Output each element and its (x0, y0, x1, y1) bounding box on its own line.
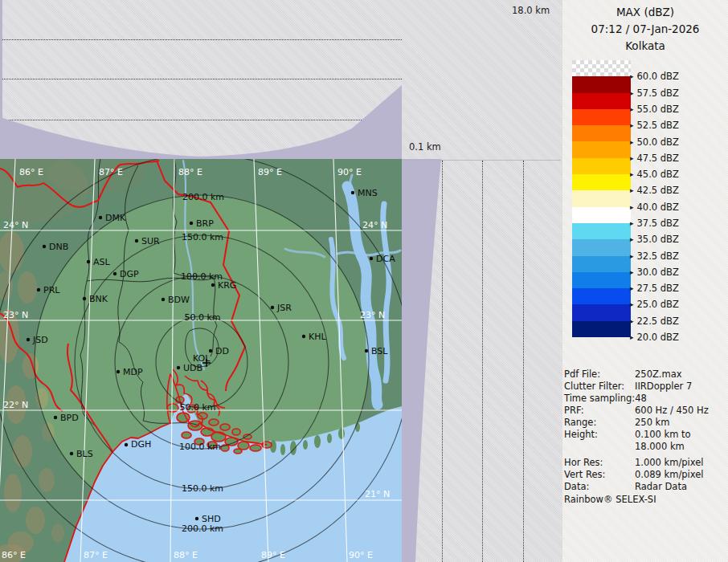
colorbar-tick-label: 27.5 dBZ (637, 283, 679, 294)
tick-arrow-icon: ▸ (630, 203, 634, 211)
meta-row: Data:Radar Data (564, 481, 726, 493)
ring-label: 50.0 km (184, 312, 220, 323)
colorbar-band (572, 321, 631, 337)
colorbar-tick-label: 55.0 dBZ (637, 104, 679, 115)
tick-arrow-icon: ▸ (630, 317, 634, 325)
lon-label: 88° E (178, 167, 202, 177)
colorbar-band (572, 109, 631, 125)
colorbar-band (572, 239, 631, 255)
city-label: KRG (218, 280, 236, 291)
station-name: Kolkata (562, 38, 728, 55)
tick-arrow-icon: ▸ (630, 300, 634, 308)
city-label: MNS (358, 188, 378, 198)
city-label: DGH (131, 439, 151, 450)
colorbar-band (572, 93, 631, 109)
colorbar-tick-label: 60.0 dBZ (637, 71, 679, 82)
city-label: DNB (49, 242, 68, 252)
colorbar-band (572, 256, 631, 272)
colorbar-band (572, 304, 631, 320)
side-panel-axis-line (402, 160, 561, 161)
colorbar-band (572, 158, 631, 174)
product-header: MAX (dBZ) 07:12 / 07-Jan-2026 Kolkata (562, 0, 728, 55)
side-cross-section-panel (402, 159, 527, 562)
tick-arrow-icon: ▸ (630, 252, 634, 260)
city-label: SUR (141, 236, 160, 246)
colorbar-band (572, 288, 631, 304)
tick-arrow-icon: ▸ (630, 235, 634, 243)
lon-label: 88° E (174, 550, 198, 560)
colorbar-band (572, 174, 631, 190)
city-label: PRL (43, 285, 60, 295)
colorbar-tick-label: 35.0 dBZ (637, 234, 679, 245)
colorbar-band (572, 190, 631, 206)
tick-arrow-icon: ▸ (630, 333, 634, 341)
ring-label: 150.0 km (182, 232, 223, 242)
ring-label: 50.0 km (179, 402, 215, 413)
meta-row: Time sampling:48 (564, 393, 726, 405)
city-label: JSD (32, 335, 48, 345)
side-height-min-label: 0.1 km (409, 141, 441, 153)
tick-arrow-icon: ▸ (630, 219, 634, 227)
lat-label: 22° N (3, 400, 28, 410)
meta-row: Hor Res:1.000 km/pixel (564, 457, 726, 469)
radar-display-window: 0.1 km 18.0 km (0, 0, 728, 562)
colorbar (572, 60, 631, 337)
city-label: MDP (123, 367, 143, 377)
tick-arrow-icon: ▸ (630, 72, 634, 80)
city-label: KHL (309, 332, 326, 342)
city-label: DCA (376, 254, 395, 264)
city-label: UDB (183, 363, 202, 373)
meta-row: 18.000 km (564, 441, 726, 453)
meta-row: PRF:600 Hz / 450 Hz (564, 405, 726, 417)
city-label: BPD (60, 413, 79, 423)
colorbar-tick-label: 42.5 dBZ (637, 185, 679, 196)
colorbar-tick-label: 37.5 dBZ (637, 218, 679, 229)
lon-label: 90° E (349, 550, 373, 560)
colorbar-labels: ▸60.0 dBZ ▸57.5 dBZ ▸55.0 dBZ ▸52.5 dBZ … (630, 68, 679, 345)
tick-arrow-icon: ▸ (630, 268, 634, 276)
legend-panel: MAX (dBZ) 07:12 / 07-Jan-2026 Kolkata ▸6… (562, 0, 728, 562)
colorbar-band (572, 223, 631, 239)
lon-label: 86° E (2, 550, 26, 560)
city-label: BLS (76, 449, 93, 459)
ring-label: 200.0 km (182, 192, 224, 202)
meta-row: Pdf File:250Z.max (564, 369, 726, 381)
colorbar-band (572, 125, 631, 141)
lat-label: 23° N (3, 310, 28, 320)
ring-label: 100.0 km (179, 442, 221, 452)
tick-arrow-icon: ▸ (630, 138, 634, 146)
lon-label: 89° E (261, 550, 285, 560)
meta-row: Vert Res:0.089 km/pixel (564, 469, 726, 481)
product-title: MAX (dBZ) (562, 4, 728, 21)
city-label: DGP (120, 269, 139, 279)
colorbar-tick-label: 32.5 dBZ (637, 250, 679, 262)
colorbar-tick-label: 50.0 dBZ (637, 136, 679, 148)
ring-label: 200.0 km (182, 523, 223, 534)
city-label: BNK (89, 294, 108, 304)
lat-label: 24° N (362, 220, 387, 230)
lat-label: 24° N (3, 220, 28, 230)
tick-arrow-icon: ▸ (630, 154, 634, 162)
software-credit: Rainbow® SELEX-SI (564, 494, 726, 506)
top-height-max-label: 18.0 km (512, 5, 550, 16)
city-label: SHD (202, 514, 221, 524)
top-panel-no-data-shape (0, 0, 402, 159)
colorbar-tick-label: 57.5 dBZ (637, 88, 679, 99)
city-label: JSR (276, 303, 292, 313)
meta-row: Height:0.100 km to (564, 429, 726, 441)
radar-site-label: KOL (193, 353, 211, 364)
lon-label: 86° E (19, 167, 43, 177)
top-cross-section-panel (0, 0, 402, 159)
product-metadata: Pdf File:250Z.max Clutter Filter:IIRDopp… (564, 369, 726, 506)
colorbar-band (572, 76, 631, 92)
lon-label: 87° E (99, 167, 123, 177)
colorbar-tick-label: 25.0 dBZ (637, 299, 679, 310)
colorbar-tick-label: 45.0 dBZ (637, 169, 679, 180)
meta-row: Range:250 km (564, 417, 726, 429)
side-panel-no-data-shape (402, 159, 527, 562)
tick-arrow-icon: ▸ (630, 186, 634, 194)
city-label: ASL (93, 257, 111, 267)
meta-row: Clutter Filter:IIRDoppler 7 (564, 381, 726, 393)
city-label: BDW (168, 295, 190, 305)
lon-label: 90° E (337, 167, 362, 177)
